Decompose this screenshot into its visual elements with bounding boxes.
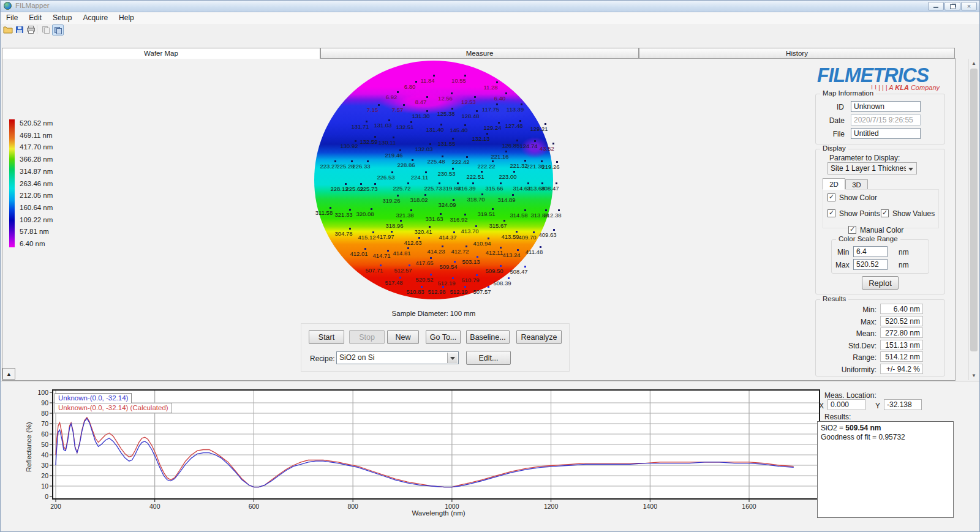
- wafer-point-dot[interactable]: [374, 136, 376, 138]
- recipe-dropdown-arrow-icon[interactable]: [447, 353, 458, 363]
- tab-wafer-map[interactable]: Wafer Map: [2, 48, 320, 59]
- wafer-point-dot[interactable]: [334, 160, 336, 162]
- wafer-point-dot[interactable]: [492, 160, 494, 162]
- wafer-point-dot[interactable]: [475, 225, 477, 227]
- wafer-point-dot[interactable]: [387, 250, 389, 252]
- show-color-checkbox[interactable]: [827, 193, 835, 201]
- wafer-point-dot[interactable]: [477, 256, 478, 258]
- wafer-point-dot[interactable]: [464, 75, 466, 77]
- menu-acquire[interactable]: Acquire: [77, 12, 113, 23]
- wafer-point-dot[interactable]: [345, 183, 347, 185]
- wafer-point-dot[interactable]: [500, 265, 502, 267]
- parameter-dropdown-arrow-icon[interactable]: [906, 163, 916, 173]
- menu-edit[interactable]: Edit: [23, 12, 47, 23]
- wafer-point-dot[interactable]: [534, 140, 536, 142]
- wafer-point-dot[interactable]: [378, 104, 380, 106]
- wafer-point-dot[interactable]: [466, 156, 468, 158]
- wafer-point-dot[interactable]: [403, 104, 405, 106]
- wafer-point-dot[interactable]: [453, 199, 454, 201]
- recipe-combobox[interactable]: SiO2 on Si: [336, 351, 459, 364]
- wafer-point-dot[interactable]: [476, 274, 478, 276]
- wafer-point-dot[interactable]: [505, 92, 507, 94]
- scroll-up-icon[interactable]: ▲: [970, 59, 978, 68]
- wafer-point-dot[interactable]: [481, 171, 483, 173]
- wafer-point-dot[interactable]: [496, 81, 498, 83]
- wafer-point-dot[interactable]: [407, 247, 409, 249]
- wafer-point-dot[interactable]: [505, 151, 507, 152]
- id-field[interactable]: Unknown: [851, 101, 921, 112]
- wafer-point-dot[interactable]: [372, 231, 374, 233]
- wafer-point-dot[interactable]: [545, 209, 547, 211]
- wafer-point-dot[interactable]: [409, 264, 410, 266]
- wafer-point-dot[interactable]: [474, 96, 476, 98]
- tab-measure[interactable]: Measure: [320, 48, 639, 58]
- wafer-point-dot[interactable]: [418, 237, 420, 239]
- wafer-point-dot[interactable]: [426, 110, 428, 112]
- wafer-point-dot[interactable]: [516, 231, 518, 233]
- wafer-point-dot[interactable]: [412, 159, 413, 161]
- wafer-point-dot[interactable]: [399, 149, 401, 151]
- wafer-point-dot[interactable]: [397, 195, 399, 197]
- wafer-point-dot[interactable]: [349, 209, 351, 211]
- wafer-point-dot[interactable]: [452, 168, 454, 170]
- tab-history[interactable]: History: [639, 48, 955, 58]
- wafer-point-dot[interactable]: [521, 103, 522, 105]
- wafer-point-dot[interactable]: [553, 229, 555, 231]
- new-button[interactable]: New: [387, 330, 419, 344]
- wafer-point-dot[interactable]: [541, 182, 543, 184]
- edit-recipe-button[interactable]: Edit...: [466, 351, 511, 365]
- file-field[interactable]: Untitled: [851, 128, 921, 139]
- tab-2d[interactable]: 2D: [823, 178, 845, 190]
- wafer-point-dot[interactable]: [426, 96, 428, 98]
- wafer-point-dot[interactable]: [500, 247, 502, 249]
- wafer-point-dot[interactable]: [540, 246, 541, 248]
- scroll-down-icon[interactable]: ▼: [970, 371, 978, 380]
- wafer-point-dot[interactable]: [519, 120, 521, 122]
- wafer-point-dot[interactable]: [360, 183, 362, 185]
- wafer-point-dot[interactable]: [424, 194, 426, 196]
- print-icon[interactable]: [25, 24, 37, 36]
- wafer-point-dot[interactable]: [472, 182, 474, 184]
- wafer-point-dot[interactable]: [524, 266, 526, 268]
- wafer-point-dot[interactable]: [440, 124, 442, 126]
- wafer-point-dot[interactable]: [429, 143, 431, 145]
- wafer-point-dot[interactable]: [440, 213, 442, 215]
- wafer-point-dot[interactable]: [500, 182, 502, 184]
- wafer-point-dot[interactable]: [452, 277, 454, 279]
- wafer-point-dot[interactable]: [488, 286, 489, 288]
- parameter-combobox[interactable]: Site 1 Layer 1 Thickness: [827, 162, 917, 174]
- wafer-point-dot[interactable]: [486, 133, 488, 135]
- wafer-point-dot[interactable]: [442, 155, 443, 157]
- splitter-collapse-up-icon[interactable]: ▲: [2, 368, 15, 380]
- wafer-point-dot[interactable]: [364, 248, 366, 250]
- wafer-point-dot[interactable]: [545, 123, 546, 125]
- wafer-point-dot[interactable]: [476, 110, 478, 112]
- wafer-point-dot[interactable]: [380, 264, 382, 266]
- show-values-checkbox[interactable]: [881, 209, 889, 217]
- wafer-point-dot[interactable]: [541, 160, 543, 162]
- wafer-point-dot[interactable]: [355, 140, 356, 142]
- restore-button[interactable]: [944, 2, 960, 10]
- max-field[interactable]: 520.52: [853, 259, 888, 270]
- wafer-point-dot[interactable]: [442, 245, 443, 247]
- menu-help[interactable]: Help: [113, 12, 140, 23]
- wafer-point-dot[interactable]: [430, 257, 432, 259]
- wafer-point-dot[interactable]: [552, 143, 554, 144]
- manual-color-checkbox[interactable]: [848, 226, 856, 234]
- save-icon[interactable]: [13, 24, 25, 36]
- start-button[interactable]: Start: [309, 330, 344, 344]
- goto-button[interactable]: Go To...: [426, 330, 461, 344]
- wafer-point-dot[interactable]: [349, 228, 351, 230]
- wafer-point-dot[interactable]: [453, 231, 455, 233]
- scrollbar-thumb[interactable]: [970, 69, 978, 351]
- wafer-point-dot[interactable]: [454, 261, 456, 263]
- wafer-point-dot[interactable]: [464, 124, 466, 126]
- wafer-point-dot[interactable]: [439, 182, 440, 184]
- wafer-point-dot[interactable]: [366, 121, 368, 122]
- wafer-point-dot[interactable]: [516, 140, 518, 141]
- wafer-point-dot[interactable]: [451, 108, 453, 110]
- export-map-icon[interactable]: [52, 24, 64, 36]
- wafer-point-dot[interactable]: [512, 194, 514, 196]
- wafer-point-dot[interactable]: [527, 182, 529, 184]
- wafer-point-dot[interactable]: [513, 171, 515, 173]
